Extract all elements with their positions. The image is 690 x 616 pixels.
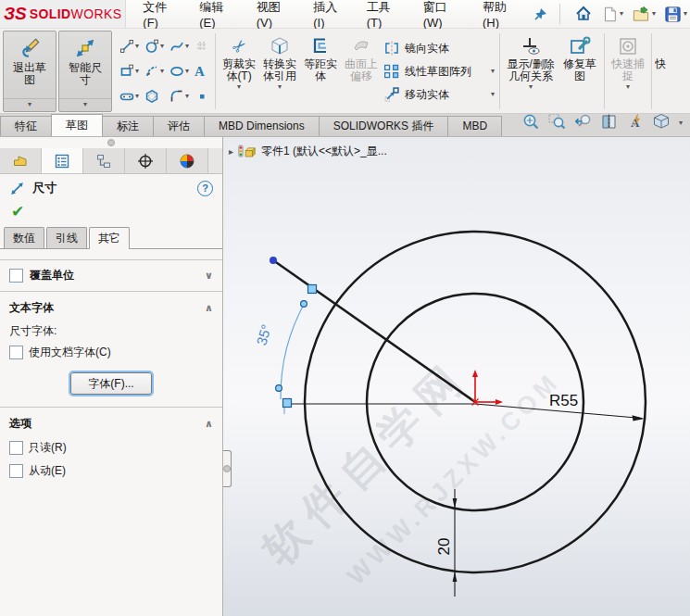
linear-pattern-dropdown[interactable]: ▾: [491, 68, 495, 75]
text-tool-button[interactable]: A: [194, 59, 210, 84]
open-document-button[interactable]: ▾: [629, 4, 659, 25]
radial-line[interactable]: [273, 260, 475, 402]
flyout-arrow-icon[interactable]: ▸: [229, 146, 233, 157]
font-button[interactable]: 字体(F)...: [70, 372, 152, 395]
arc-tool-button[interactable]: ▾: [144, 59, 165, 84]
spline-tool-dropdown[interactable]: ▾: [185, 43, 189, 50]
subtab-other[interactable]: 其它: [89, 227, 130, 249]
hide-annotations-icon[interactable]: A: [626, 113, 644, 133]
save-button[interactable]: ▾: [661, 4, 690, 25]
use-document-font-checkbox[interactable]: [9, 346, 23, 359]
offset-entities-button[interactable]: 等距实体: [300, 31, 341, 112]
repair-sketch-button[interactable]: 修复草图: [558, 31, 601, 112]
chevron-up-icon[interactable]: ∧: [205, 302, 213, 314]
display-manager-tab[interactable]: [167, 148, 208, 173]
zoom-to-fit-icon[interactable]: [522, 113, 540, 133]
mirror-entities-button[interactable]: 镜向实体: [383, 38, 495, 58]
subtab-leaders[interactable]: 引线: [46, 227, 87, 248]
panel-grip[interactable]: [0, 137, 222, 148]
line-tool-button[interactable]: ▾: [119, 34, 140, 59]
read-only-checkbox[interactable]: [9, 441, 23, 455]
menu-window[interactable]: 窗口(W): [423, 0, 458, 30]
menu-help[interactable]: 帮助(H): [483, 0, 515, 30]
view-settings-dropdown[interactable]: ▾: [679, 119, 683, 127]
tab-features[interactable]: 特征: [0, 116, 52, 136]
line-tool-dropdown[interactable]: ▾: [135, 43, 139, 50]
display-delete-relations-label: 显示/删除几何关系: [504, 58, 558, 82]
radius-dimension[interactable]: R55: [475, 392, 645, 421]
home-button[interactable]: [571, 3, 596, 25]
convert-entities-dropdown[interactable]: ▾: [278, 82, 282, 94]
exit-sketch-button[interactable]: 退出草图 ▾: [3, 31, 56, 112]
rectangle-tool-button[interactable]: ▾: [119, 59, 140, 84]
read-only-label: 只读(R): [29, 440, 67, 456]
spline-tool-button[interactable]: ▾: [169, 34, 190, 59]
exit-sketch-dropdown[interactable]: ▾: [4, 98, 56, 111]
clipped-ribbon-button[interactable]: 快: [655, 31, 683, 112]
menu-view[interactable]: 视图(V): [257, 0, 289, 30]
circle-tool-button[interactable]: ▾: [144, 34, 165, 59]
slot-tool-button[interactable]: ▾: [119, 84, 140, 109]
line-endpoint[interactable]: [270, 257, 277, 264]
pin-menu-icon[interactable]: [533, 6, 548, 21]
display-delete-relations-icon: [520, 34, 542, 58]
open-document-dropdown[interactable]: ▾: [652, 10, 656, 18]
tab-sketch[interactable]: 草图: [51, 114, 103, 136]
chevron-up-icon[interactable]: ∧: [205, 418, 213, 430]
ok-button[interactable]: ✔: [0, 202, 222, 225]
move-entities-button[interactable]: 移动实体 ▾: [383, 84, 495, 105]
fillet-tool-button[interactable]: ▾: [169, 84, 190, 109]
tab-mbd-dimensions[interactable]: MBD Dimensions: [204, 116, 320, 136]
trim-entities-dropdown[interactable]: ▾: [237, 82, 241, 94]
new-document-button[interactable]: ▾: [598, 4, 626, 25]
move-entities-dropdown[interactable]: ▾: [491, 91, 495, 98]
feature-manager-tab[interactable]: [0, 148, 42, 173]
rectangle-tool-dropdown[interactable]: ▾: [135, 68, 139, 75]
polygon-tool-button[interactable]: [144, 84, 165, 109]
tab-mbd[interactable]: MBD: [447, 116, 502, 136]
angle-dimension[interactable]: 35°: [253, 285, 316, 415]
panel-splitter-handle[interactable]: [223, 450, 232, 487]
display-delete-relations-dropdown[interactable]: ▾: [529, 82, 533, 94]
arc-tool-dropdown[interactable]: ▾: [160, 68, 164, 75]
breadcrumb[interactable]: ▸ 零件1 (默认<<默认>_显...: [229, 144, 387, 159]
section-view-icon[interactable]: [600, 113, 618, 133]
circle-tool-dropdown[interactable]: ▾: [160, 43, 164, 50]
menu-tools[interactable]: 工具(T): [367, 0, 398, 30]
tab-markup[interactable]: 标注: [102, 116, 154, 136]
sketch-entity-tools: ▾ ▾ ▾ ▾ ▾ ▾: [119, 31, 210, 112]
point-tool-button[interactable]: [194, 84, 210, 109]
dimxpert-manager-tab[interactable]: [125, 148, 167, 173]
logo-works-text: WORKS: [71, 6, 122, 21]
driven-checkbox[interactable]: [9, 464, 23, 478]
configuration-manager-tab[interactable]: [83, 148, 125, 173]
chevron-down-icon[interactable]: ∨: [205, 270, 213, 282]
view-orientation-cube-icon[interactable]: [652, 113, 671, 133]
fillet-tool-dropdown[interactable]: ▾: [185, 93, 189, 100]
new-document-dropdown[interactable]: ▾: [620, 10, 623, 18]
ellipse-tool-button[interactable]: ▾: [169, 59, 190, 84]
smart-dimension-dropdown[interactable]: ▾: [59, 98, 111, 111]
tab-solidworks-addins[interactable]: SOLIDWORKS 插件: [319, 116, 449, 136]
linear-pattern-button[interactable]: 线性草图阵列 ▾: [383, 61, 495, 82]
help-icon[interactable]: ?: [197, 181, 213, 196]
save-dropdown[interactable]: ▾: [684, 10, 687, 18]
check-icon: ✔: [11, 203, 24, 220]
tab-evaluate[interactable]: 评估: [153, 116, 205, 136]
display-delete-relations-button[interactable]: 显示/删除几何关系 ▾: [503, 31, 558, 112]
property-manager-tab[interactable]: [42, 148, 83, 173]
smart-dimension-button[interactable]: 智能尺寸 ▾: [58, 31, 112, 112]
menu-insert[interactable]: 插入(I): [313, 0, 341, 30]
previous-view-icon[interactable]: [574, 113, 592, 133]
menu-file[interactable]: 文件(F): [143, 0, 174, 30]
ellipse-tool-dropdown[interactable]: ▾: [185, 68, 189, 75]
trim-entities-button[interactable]: ✂ 剪裁实体(T) ▾: [219, 31, 259, 112]
menu-edit[interactable]: 编辑(E): [199, 0, 232, 30]
slot-tool-dropdown[interactable]: ▾: [135, 93, 139, 100]
override-units-checkbox[interactable]: [9, 269, 23, 283]
subtab-value[interactable]: 数值: [4, 227, 44, 248]
convert-entities-button[interactable]: 转换实体引用 ▾: [259, 31, 300, 112]
graphics-area[interactable]: ▸ 零件1 (默认<<默认>_显... 软件自学网 WWW.RJZXW.COM …: [223, 137, 690, 616]
command-manager-ribbon: 退出草图 ▾ 智能尺寸 ▾ ▾ ▾ ▾: [0, 29, 690, 114]
zoom-to-area-icon[interactable]: [548, 113, 566, 133]
